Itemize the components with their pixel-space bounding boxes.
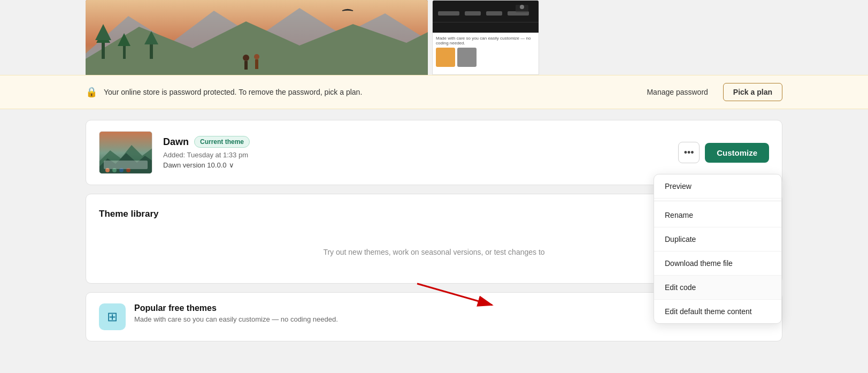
- dropdown-item-rename[interactable]: Rename: [654, 203, 781, 227]
- grid-icon: ⊞: [107, 309, 118, 324]
- product-thumb-2: [457, 48, 477, 67]
- dropdown-menu: Preview Rename Duplicate Download theme …: [654, 174, 782, 324]
- theme-right-products: Made with care so you can easily customi…: [433, 33, 539, 74]
- theme-version[interactable]: Dawn version 10.0.0 ∨: [163, 161, 667, 169]
- dropdown-item-preview[interactable]: Preview: [654, 174, 781, 199]
- current-theme-badge: Current theme: [194, 136, 250, 148]
- svg-rect-17: [486, 11, 502, 16]
- theme-name-row: Dawn Current theme: [163, 136, 667, 148]
- dropdown-divider-1: [654, 201, 781, 201]
- page-wrapper: Made with care so you can easily customi…: [0, 0, 868, 373]
- password-banner: 🔒 Your online store is password protecte…: [0, 75, 868, 109]
- popular-themes-desc: Made with care so you can easily customi…: [134, 315, 338, 323]
- theme-added: Added: Tuesday at 1:33 pm: [163, 151, 667, 159]
- theme-thumbnail: [99, 131, 152, 174]
- pick-plan-button[interactable]: Pick a plan: [723, 83, 782, 101]
- more-options-icon: •••: [684, 147, 694, 158]
- current-theme-card: Dawn Current theme Added: Tuesday at 1:3…: [86, 120, 782, 185]
- svg-rect-8: [150, 44, 153, 59]
- dropdown-item-download[interactable]: Download theme file: [654, 252, 781, 276]
- popular-themes-info: Popular free themes Made with care so yo…: [134, 303, 338, 323]
- theme-preview-image-left: [86, 0, 428, 75]
- theme-version-label: Dawn version 10.0.0: [163, 161, 227, 169]
- popular-themes-title: Popular free themes: [134, 303, 338, 313]
- svg-rect-3: [102, 43, 105, 59]
- dropdown-item-duplicate[interactable]: Duplicate: [654, 227, 781, 252]
- dropdown-item-edit-code[interactable]: Edit code: [654, 276, 781, 300]
- password-banner-text: Your online store is password protected.…: [104, 88, 640, 96]
- dropdown-item-edit-content[interactable]: Edit default theme content: [654, 300, 781, 323]
- popular-themes-icon: ⊞: [99, 303, 126, 330]
- svg-rect-19: [433, 22, 539, 22]
- more-options-button[interactable]: •••: [678, 142, 700, 163]
- svg-rect-13: [255, 59, 258, 69]
- theme-library-title: Theme library: [99, 209, 159, 219]
- main-content: Dawn Current theme Added: Tuesday at 1:3…: [0, 109, 868, 352]
- customize-button[interactable]: Customize: [705, 143, 769, 163]
- svg-point-12: [254, 54, 259, 59]
- svg-point-26: [112, 168, 117, 172]
- theme-actions: ••• Customize: [678, 142, 769, 163]
- svg-rect-11: [244, 61, 248, 70]
- featured-products-label: Made with care so you can easily customi…: [436, 36, 535, 45]
- svg-rect-15: [438, 11, 459, 16]
- product-thumb-1: [436, 48, 455, 67]
- manage-password-link[interactable]: Manage password: [647, 88, 708, 96]
- theme-right-header: [433, 1, 539, 33]
- svg-point-10: [243, 55, 249, 61]
- svg-point-28: [126, 168, 130, 172]
- svg-rect-16: [465, 11, 481, 16]
- svg-rect-6: [123, 45, 126, 59]
- theme-images-bar: Made with care so you can easily customi…: [0, 0, 868, 75]
- product-thumbnails: [436, 48, 535, 67]
- theme-name: Dawn: [163, 136, 189, 148]
- svg-point-25: [105, 168, 110, 172]
- chevron-down-icon: ∨: [229, 161, 234, 169]
- theme-library-empty-text: Try out new themes, work on seasonal ver…: [323, 248, 544, 256]
- lock-icon: 🔒: [86, 86, 97, 98]
- theme-preview-image-right: Made with care so you can easily customi…: [432, 0, 539, 75]
- theme-info: Dawn Current theme Added: Tuesday at 1:3…: [163, 136, 667, 169]
- svg-point-27: [119, 168, 124, 172]
- svg-point-21: [520, 5, 524, 9]
